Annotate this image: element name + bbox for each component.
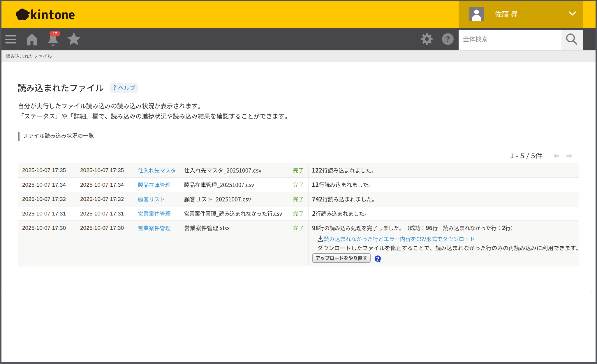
svg-text:?: ? [445,35,450,43]
svg-text:17: 17 [53,31,57,36]
svg-text:?: ? [376,256,380,262]
